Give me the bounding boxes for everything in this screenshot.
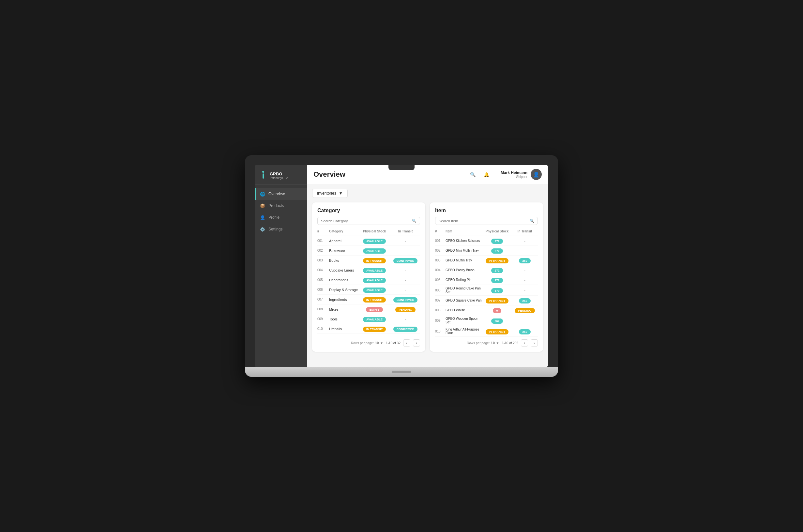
laptop-notch <box>389 165 414 170</box>
table-row: 004 Cupcake Liners AVAILABLE - <box>317 265 420 275</box>
app-name: GPBO <box>270 171 288 176</box>
col-transit-header: In Transit <box>391 229 420 233</box>
category-prev-page[interactable]: ‹ <box>403 339 410 346</box>
col-item-transit-header: In Transit <box>512 229 538 233</box>
table-row: 003 GPBO Muffin Tray IN TRANSIT 250 <box>435 255 538 265</box>
page-title: Overview <box>314 170 346 179</box>
sidebar-logo: GPBO Pittsburgh, PA <box>255 165 307 185</box>
item-page-info: 1-10 of 295 <box>502 341 518 345</box>
item-search-box[interactable]: 🔍 <box>435 217 538 225</box>
item-table-footer: Rows per page: 10 ▼ 1-10 of 295 ‹ › <box>435 337 538 346</box>
item-rows-per-page-value[interactable]: 10 <box>491 341 494 345</box>
col-item-stock-header: Physical Stock <box>482 229 512 233</box>
notifications-button[interactable]: 🔔 <box>482 170 491 179</box>
item-table-title: Item <box>435 208 538 213</box>
table-row: 006 Display & Storage AVAILABLE - <box>317 285 420 295</box>
table-row: 010 Utensils IN TRANSIT CONFIRMED <box>317 324 420 334</box>
sidebar-item-overview[interactable]: 🌐 Overview <box>255 188 307 200</box>
user-role: Shipper <box>501 175 527 179</box>
category-search-box[interactable]: 🔍 <box>317 217 420 225</box>
header-right: 🔍 🔔 Mark Heimann Shipper 👤 <box>468 169 542 180</box>
products-icon: 📦 <box>260 203 265 208</box>
nav-items: 🌐 Overview 📦 Products 👤 Profile ⚙️ Setti… <box>255 185 307 367</box>
rows-per-page: Rows per page: 10 ▼ <box>351 341 383 345</box>
sidebar-item-overview-label: Overview <box>268 192 285 196</box>
col-cat-header: Category <box>329 229 358 233</box>
sidebar-item-profile-label: Profile <box>268 215 280 220</box>
table-row: 001 Apparel AVAILABLE - <box>317 236 420 246</box>
sidebar-item-products[interactable]: 📦 Products <box>255 200 307 212</box>
dropdown-label: Inventories <box>317 191 336 195</box>
item-prev-page[interactable]: ‹ <box>521 339 528 346</box>
laptop-screen: GPBO Pittsburgh, PA 🌐 Overview 📦 Product… <box>255 165 548 367</box>
overview-icon: 🌐 <box>260 191 265 196</box>
table-row: 007 Ingredients IN TRANSIT CONFIRMED <box>317 295 420 304</box>
profile-icon: 👤 <box>260 215 265 220</box>
header: Overview 🔍 🔔 Mark Heimann Shipper 👤 <box>307 165 548 184</box>
category-table-title: Category <box>317 208 420 213</box>
table-row: 009 GPBO Wooden Spoon Set 262 - <box>435 315 538 326</box>
table-row: 008 Mixes EMPTY PENDING <box>317 304 420 314</box>
item-next-page[interactable]: › <box>531 339 538 346</box>
item-rows-per-page-label: Rows per page: <box>467 341 489 345</box>
rows-per-page-chevron: ▼ <box>380 341 383 345</box>
user-name: Mark Heimann <box>501 170 527 175</box>
table-row: 004 GPBO Pastry Brush 272 - <box>435 265 538 275</box>
laptop-chin <box>392 370 411 373</box>
category-table-card: Category 🔍 # Category Physical Stock In … <box>312 203 425 352</box>
dropdown-chevron-icon: ▼ <box>339 191 343 195</box>
app-location: Pittsburgh, PA <box>270 176 288 179</box>
user-avatar: 👤 <box>531 169 542 180</box>
header-divider <box>496 170 496 179</box>
category-search-icon: 🔍 <box>412 219 416 223</box>
table-row: 001 GPBO Kitchen Scissors 272 - <box>435 236 538 246</box>
table-row: 007 GPBO Square Cake Pan IN TRANSIT 250 <box>435 296 538 305</box>
item-table-card: Item 🔍 # Item Physical Stock In Transit <box>430 203 543 352</box>
logo-icon-body <box>263 173 264 179</box>
laptop-base <box>245 367 558 377</box>
category-page-info: 1-10 of 32 <box>386 341 400 345</box>
table-row: 006 GPBO Round Cake Pan Set 370 - <box>435 285 538 296</box>
category-table-header: # Category Physical Stock In Transit <box>317 228 420 235</box>
col-item-num-header: # <box>435 229 446 233</box>
sidebar: GPBO Pittsburgh, PA 🌐 Overview 📦 Product… <box>255 165 307 367</box>
col-item-name-header: Item <box>446 229 482 233</box>
table-row: 002 GPBO Mini Muffin Tray 272 - <box>435 246 538 255</box>
category-search-input[interactable] <box>321 219 410 223</box>
main-content: Overview 🔍 🔔 Mark Heimann Shipper 👤 <box>307 165 548 367</box>
table-row: 008 GPBO Whisk 0 PENDING <box>435 305 538 315</box>
item-rows-per-page: Rows per page: 10 ▼ <box>467 341 499 345</box>
content-area: Inventories ▼ Category 🔍 # Category <box>307 184 548 367</box>
rows-per-page-value[interactable]: 10 <box>375 341 379 345</box>
tables-row: Category 🔍 # Category Physical Stock In … <box>312 203 543 352</box>
table-row: 010 King Arthur All-Purpose Flour IN TRA… <box>435 326 538 337</box>
sidebar-item-profile[interactable]: 👤 Profile <box>255 212 307 223</box>
table-row: 002 Bakeware AVAILABLE - <box>317 246 420 255</box>
table-row: 005 GPBO Rolling Pin 272 - <box>435 275 538 285</box>
settings-icon: ⚙️ <box>260 227 265 232</box>
table-row: 003 Books IN TRANSIT CONFIRMED <box>317 255 420 265</box>
inventories-dropdown[interactable]: Inventories ▼ <box>312 189 348 198</box>
logo-icon-top <box>262 171 264 173</box>
table-row: 009 Tools AVAILABLE - <box>317 314 420 324</box>
logo-icon <box>260 171 266 180</box>
user-text: Mark Heimann Shipper <box>501 170 527 179</box>
user-info[interactable]: Mark Heimann Shipper 👤 <box>501 169 542 180</box>
sidebar-item-settings-label: Settings <box>268 227 282 231</box>
item-search-input[interactable] <box>439 219 528 223</box>
table-row: 005 Decorations AVAILABLE - <box>317 275 420 285</box>
category-table-footer: Rows per page: 10 ▼ 1-10 of 32 ‹ › <box>317 337 420 346</box>
logo-text: GPBO Pittsburgh, PA <box>270 171 288 179</box>
rows-per-page-label: Rows per page: <box>351 341 374 345</box>
laptop-frame: GPBO Pittsburgh, PA 🌐 Overview 📦 Product… <box>245 155 558 377</box>
col-num-header: # <box>317 229 329 233</box>
search-button[interactable]: 🔍 <box>468 170 478 179</box>
item-table-header: # Item Physical Stock In Transit <box>435 228 538 235</box>
col-stock-header: Physical Stock <box>358 229 391 233</box>
sidebar-item-settings[interactable]: ⚙️ Settings <box>255 223 307 235</box>
item-search-icon: 🔍 <box>530 219 534 223</box>
category-next-page[interactable]: › <box>413 339 420 346</box>
sidebar-item-products-label: Products <box>268 204 284 208</box>
item-rows-per-page-chevron: ▼ <box>496 341 499 345</box>
